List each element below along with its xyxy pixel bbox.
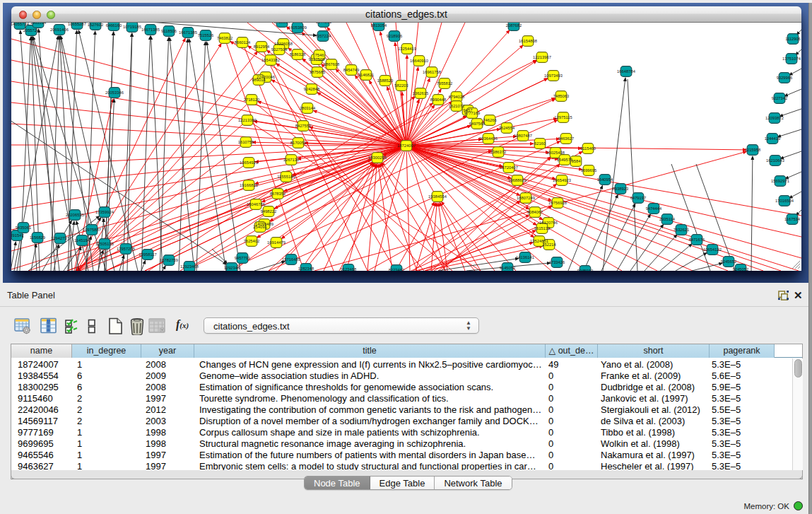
svg-text:1527602: 1527602 (88, 23, 104, 27)
svg-text:7546: 7546 (315, 53, 324, 57)
svg-text:252214: 252214 (542, 243, 556, 247)
svg-text:9777169: 9777169 (464, 111, 481, 115)
svg-text:10655287: 10655287 (68, 23, 86, 26)
svg-text:1640954: 1640954 (597, 177, 613, 182)
svg-text:8454749: 8454749 (343, 68, 360, 72)
svg-text:19756928: 19756928 (548, 201, 567, 205)
svg-text:16120746: 16120746 (539, 221, 558, 225)
svg-text:13254419: 13254419 (398, 47, 416, 51)
svg-text:20053346: 20053346 (105, 90, 124, 95)
svg-text:9227342: 9227342 (772, 96, 788, 100)
svg-text:15720407: 15720407 (500, 165, 518, 170)
svg-text:1644091: 1644091 (316, 23, 332, 24)
svg-text:3267130: 3267130 (283, 158, 300, 162)
svg-text:9584: 9584 (572, 159, 582, 163)
svg-text:12923468: 12923468 (180, 264, 199, 269)
svg-text:9245052: 9245052 (733, 267, 749, 271)
svg-text:1588520: 1588520 (377, 78, 394, 83)
svg-text:12505135: 12505135 (95, 242, 114, 246)
svg-text:9218906: 9218906 (387, 34, 403, 38)
svg-text:12942737: 12942737 (51, 236, 69, 240)
svg-text:13226058: 13226058 (274, 42, 293, 46)
svg-text:9327506: 9327506 (271, 47, 288, 52)
svg-text:6794028: 6794028 (449, 95, 465, 99)
svg-text:7625402: 7625402 (244, 239, 260, 243)
svg-text:8813054: 8813054 (371, 23, 387, 28)
svg-text:9242848: 9242848 (304, 87, 320, 91)
svg-text:9463627: 9463627 (558, 136, 575, 141)
svg-text:1112906: 1112906 (785, 37, 801, 41)
svg-text:8170051: 8170051 (290, 141, 307, 145)
svg-text:582203: 582203 (394, 83, 408, 88)
svg-text:12213967: 12213967 (533, 55, 551, 59)
svg-text:8186328: 8186328 (290, 52, 306, 57)
svg-text:10025438: 10025438 (546, 151, 565, 155)
svg-text:7632621: 7632621 (673, 228, 690, 232)
svg-text:7357224: 7357224 (315, 34, 331, 38)
svg-text:3875685: 3875685 (310, 70, 326, 74)
svg-text:19654923: 19654923 (553, 178, 571, 182)
svg-text:17016504: 17016504 (775, 199, 794, 203)
svg-text:12093872: 12093872 (765, 116, 784, 120)
svg-text:17957255: 17957255 (117, 247, 135, 251)
svg-text:1167534: 1167534 (784, 217, 801, 221)
svg-text:9245652: 9245652 (721, 259, 737, 264)
svg-text:2803144: 2803144 (300, 106, 316, 110)
svg-text:9118506: 9118506 (161, 29, 177, 33)
svg-text:62160: 62160 (534, 141, 546, 146)
svg-text:8990448: 8990448 (430, 98, 447, 102)
svg-text:1145194: 1145194 (74, 238, 90, 243)
svg-text:8660124: 8660124 (235, 40, 251, 45)
svg-text:8912954: 8912954 (254, 45, 270, 49)
svg-text:746266: 746266 (483, 118, 496, 122)
svg-text:16210643: 16210643 (766, 158, 784, 163)
svg-text:9435061: 9435061 (16, 226, 32, 230)
svg-text:2935114: 2935114 (659, 217, 676, 221)
svg-text:10807487: 10807487 (514, 134, 532, 138)
svg-text:9115460: 9115460 (580, 146, 596, 151)
svg-text:1282348: 1282348 (298, 267, 314, 271)
svg-text:15046786: 15046786 (247, 202, 265, 206)
svg-text:16640910: 16640910 (410, 59, 428, 63)
svg-text:6479197: 6479197 (630, 196, 647, 200)
svg-text:19384554: 19384554 (428, 194, 447, 199)
svg-text:18300295: 18300295 (368, 156, 387, 160)
svg-text:3215958: 3215958 (745, 148, 761, 152)
svg-text:9457791: 9457791 (235, 256, 251, 260)
svg-text:1292346: 1292346 (224, 266, 240, 270)
svg-text:20691406: 20691406 (50, 28, 69, 32)
svg-text:2087682: 2087682 (506, 23, 522, 28)
svg-text:12213389: 12213389 (238, 118, 257, 122)
svg-text:1610755: 1610755 (238, 140, 254, 144)
svg-text:20206535: 20206535 (66, 213, 84, 217)
svg-text:10688609: 10688609 (508, 178, 526, 182)
svg-text:1244419: 1244419 (765, 136, 781, 141)
svg-text:16648784: 16648784 (617, 69, 636, 74)
svg-text:6466160: 6466160 (106, 23, 122, 28)
svg-text:9146821: 9146821 (358, 73, 375, 77)
svg-text:11555184: 11555184 (277, 175, 295, 179)
svg-text:14136141: 14136141 (516, 255, 534, 259)
svg-text:2055724: 2055724 (23, 28, 40, 33)
svg-text:15716485: 15716485 (282, 257, 300, 262)
svg-text:2718120: 2718120 (244, 98, 260, 102)
svg-text:16671385: 16671385 (141, 28, 160, 32)
svg-text:10654122: 10654122 (703, 247, 722, 252)
svg-text:1362615: 1362615 (413, 91, 429, 95)
svg-text:7515526: 7515526 (198, 33, 214, 37)
svg-text:12975115: 12975115 (554, 115, 572, 119)
svg-text:9123468: 9123468 (341, 267, 357, 271)
svg-text:391547: 391547 (11, 233, 24, 238)
svg-text:14055724: 14055724 (11, 23, 30, 26)
svg-text:9474444: 9474444 (646, 206, 662, 211)
svg-text:10958117: 10958117 (139, 252, 156, 257)
svg-text:7463822: 7463822 (217, 36, 233, 40)
svg-text:1621072: 1621072 (449, 104, 465, 108)
svg-text:16053809: 16053809 (288, 25, 307, 30)
svg-text:8938923: 8938923 (613, 187, 629, 191)
svg-text:9145052: 9145052 (500, 266, 516, 270)
svg-text:20364436: 20364436 (479, 136, 498, 141)
svg-text:8678352: 8678352 (270, 192, 286, 196)
svg-text:989014: 989014 (252, 78, 266, 82)
svg-text:16914479: 16914479 (267, 240, 286, 245)
